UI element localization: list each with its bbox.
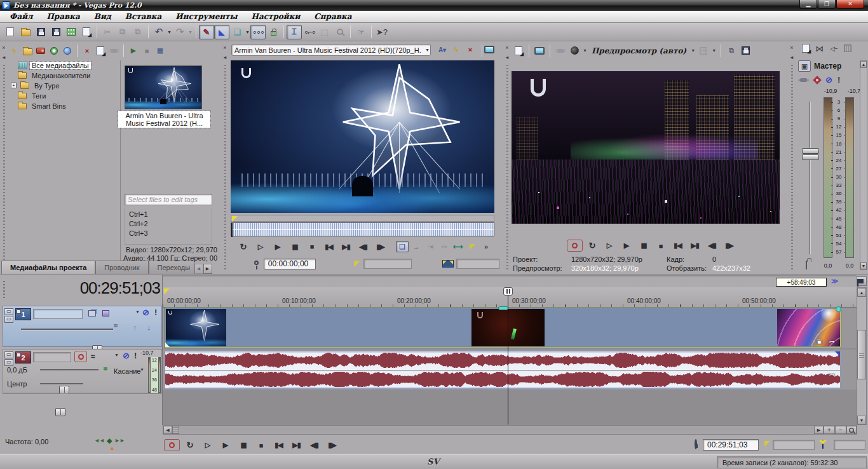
preview-go-start-icon[interactable]: ▮◀ [670,240,686,252]
paste-icon[interactable]: ⧉ [130,25,146,39]
preview-play-from-start-icon[interactable]: ▷ [601,240,617,252]
show-overlays-icon[interactable] [466,241,478,252]
trimmer-audio-overview[interactable] [231,222,494,236]
redo-icon[interactable]: ↷ [172,25,187,39]
close-panel-icon[interactable]: × [503,43,512,52]
menu-item-1[interactable]: Правка [40,12,87,21]
paint-tool-dropdown-icon[interactable]: ▾ [245,29,250,35]
ignore-event-grouping-icon[interactable]: ∘⌐∘ [302,25,317,39]
media-fx-icon[interactable]: ϟ [450,44,463,55]
mixer-properties-icon[interactable] [799,43,812,54]
rate-scrub-left-icon[interactable]: ◄◄ [94,437,104,444]
master-mute-icon[interactable]: ⊘ [825,75,832,85]
play-from-start-icon[interactable]: ▷ [200,439,215,451]
composite-level-slider[interactable] [21,329,113,330]
menu-item-5[interactable]: Настройки [245,12,308,21]
zoom-tool-icon[interactable] [332,25,348,39]
master-fader-track[interactable] [810,102,811,254]
menu-item-0[interactable]: Файл [3,12,40,21]
fx-dropdown-icon[interactable]: ▾ [114,352,119,358]
zoom-out-time-icon[interactable]: − [835,426,846,434]
trimmer-play-icon[interactable]: ▶ [269,241,285,253]
shortcut-item[interactable]: Ctrl+2 [129,219,208,229]
select-in-out-icon[interactable]: ⟷ [452,241,465,252]
track-motion-icon[interactable] [88,310,96,316]
shift-right-icon[interactable]: ≫ [831,277,839,285]
media-clip-caption[interactable]: Armin Van Buuren - Ultra Music Festival … [118,111,210,128]
enable-snapping-icon[interactable]: ⌶ [287,25,302,39]
quality-dropdown-icon2[interactable]: ▾ [690,48,696,53]
preview-pause-icon[interactable]: ▮▮ [635,240,651,252]
fade-handle[interactable] [165,384,170,388]
go-to-start-icon[interactable]: ▮◀ [271,439,287,451]
import-media-icon[interactable] [21,45,34,57]
normal-edit-tool-icon[interactable]: ✎ [199,25,214,39]
minimize-button[interactable]: ▁ [799,0,817,9]
copy-frame-icon[interactable]: ⧉ [725,45,738,57]
scroll-down-icon[interactable]: ▼ [860,262,867,269]
tree-item-tags[interactable]: Теги [8,91,120,101]
trimmer-loop-icon[interactable]: ↻ [235,241,251,253]
scroll-up-icon[interactable]: ▲ [857,288,866,297]
video-mute-icon[interactable]: ⊘ [142,308,149,317]
paint-tool-icon[interactable]: ❏ [229,25,245,39]
preview-stop-icon[interactable]: ■ [653,240,668,252]
downmix-icon[interactable]: ⋈ [813,43,826,54]
close-button[interactable]: ✕ [836,0,864,9]
play-icon[interactable]: ▶ [217,439,233,451]
trimmer-prev-frame-icon[interactable]: ◀▮ [355,241,371,253]
master-fx-icon[interactable] [800,78,807,82]
menu-item-3[interactable]: Вставка [118,12,168,21]
expand-track-icon[interactable]: ▭ [4,316,13,323]
media-thumbnail[interactable] [125,65,202,109]
fit-to-fill-icon[interactable]: ⇥ [424,241,437,252]
cut-icon[interactable]: ✂ [100,25,115,39]
tab-project-media[interactable]: Медиафайлы проекта [1,261,95,274]
master-scrollbar[interactable]: ▲ ▼ [860,60,867,270]
selection-start-field[interactable] [363,259,412,269]
collapse-track-icon[interactable]: ▭ [4,308,13,315]
audio-event[interactable]: ⊶ [165,351,841,389]
undo-dropdown-icon[interactable]: ▾ [166,29,172,35]
trimmer-marker-icon[interactable] [232,216,238,222]
tab-transitions[interactable]: Переходы [149,261,194,274]
cursor-timecode-display[interactable]: 00:29:51;03 [703,439,759,451]
scroll-left-icon[interactable]: ◀ [163,426,172,434]
go-to-end-icon[interactable]: ▶▮ [288,439,304,451]
next-frame-icon[interactable]: ▮▶ [324,439,340,451]
multi-display-toggle-icon[interactable]: ❏ [396,241,409,252]
preview-stop-icon[interactable]: ■ [140,45,153,57]
tree-item-all-media[interactable]: Все медиафайлы [8,60,120,71]
video-track-number[interactable]: 1 [15,308,31,320]
trimmer-stop-icon[interactable]: ■ [304,241,320,253]
pan-slider[interactable] [40,383,83,385]
tree-item-media-bins[interactable]: Медианакопители [8,71,120,81]
timeline-h-scrollbar[interactable]: ◀ ▶ + − [163,425,857,435]
record-arm-icon[interactable] [74,351,87,362]
overlay-dropdown-icon[interactable]: ▾ [711,48,717,53]
audio-mute-icon[interactable]: ⊘ [123,351,130,360]
undock-panel-icon[interactable]: ◂ [503,52,512,62]
remove-clip-icon[interactable]: × [464,44,477,55]
trimmer-play-from-start-icon[interactable]: ▷ [252,241,268,253]
loop-playback-icon[interactable]: ↻ [182,439,198,451]
loop-region-marker-icon[interactable] [164,289,170,294]
scroll-up-icon[interactable]: ▲ [860,61,867,68]
trimmer-marker-bar[interactable] [231,215,494,222]
redo-dropdown-icon[interactable]: ▾ [187,29,193,35]
media-properties-icon[interactable] [94,45,107,57]
master-peak-left[interactable]: -10,9 [818,88,843,94]
auto-preview-icon[interactable] [107,45,120,57]
capture-video-icon[interactable] [34,45,47,57]
collapse-track-icon[interactable]: ▭ [4,351,13,358]
add-to-timeline-icon[interactable]: → [410,241,423,252]
media-views-icon[interactable]: ▦ [154,45,166,57]
tab-scroll-left-icon[interactable]: ◀ [194,264,203,274]
undock-panel-icon[interactable]: ◂ [787,52,797,62]
audio-track-number[interactable]: 2 [15,351,31,364]
preview-quality-icon[interactable] [568,45,581,57]
undo-icon[interactable]: ↶ [151,25,166,39]
copy-icon[interactable]: ⧉ [115,25,130,39]
restore-button[interactable]: ❐ [818,0,836,9]
pan-label[interactable]: Центр [7,380,27,388]
